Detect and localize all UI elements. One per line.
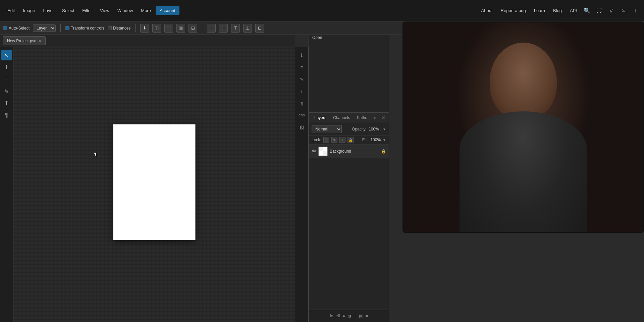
menu-item-layer[interactable]: Layer bbox=[40, 6, 58, 15]
cursor-indicator bbox=[94, 153, 96, 157]
left-toolbar: ↖ ℹ ≡ ✎ T ¶ bbox=[0, 47, 13, 322]
menu-report-bug[interactable]: Report a bug bbox=[498, 7, 529, 14]
distances-item: Distances bbox=[108, 26, 131, 31]
menu-item-account[interactable]: Account bbox=[156, 6, 179, 15]
lock-artboard-icon[interactable]: + bbox=[339, 137, 345, 143]
dist-btn-2[interactable]: ⊢ bbox=[219, 24, 228, 33]
menu-api[interactable]: API bbox=[567, 7, 580, 14]
transform-controls-label: Transform controls bbox=[71, 26, 104, 31]
menu-about[interactable]: About bbox=[479, 7, 495, 14]
layers-panel-tabs: Layers Channels Paths ▸ ✕ bbox=[309, 113, 389, 123]
right-icon-info[interactable]: ℹ bbox=[297, 50, 307, 60]
blend-mode-row: Normal Multiply Screen Overlay Opacity: … bbox=[309, 123, 389, 136]
tab-paths[interactable]: Paths bbox=[354, 113, 371, 123]
right-icon-pen[interactable]: ✎ bbox=[297, 74, 307, 85]
history-panel: History Swatches ▸ ✕ Open bbox=[309, 21, 389, 112]
tool-move[interactable]: ↖ bbox=[1, 50, 12, 60]
fx-button[interactable]: fx bbox=[330, 314, 333, 318]
opacity-value[interactable]: 100% bbox=[369, 127, 381, 131]
facebook-icon[interactable]: f bbox=[631, 6, 640, 15]
new-layer-button[interactable]: ▤ bbox=[359, 314, 363, 318]
lock-position-icon[interactable]: ✎ bbox=[331, 137, 337, 143]
dist-btn-4[interactable]: ⊥ bbox=[243, 24, 252, 33]
layer-lock-icon[interactable]: 🔒 bbox=[381, 149, 386, 154]
blend-mode-select[interactable]: Normal Multiply Screen Overlay bbox=[312, 125, 342, 133]
tool-paragraph[interactable]: ¶ bbox=[1, 110, 12, 121]
tab-channels[interactable]: Channels bbox=[330, 113, 354, 123]
align-btn-4[interactable]: ▥ bbox=[176, 24, 185, 33]
right-icon-css[interactable]: CSS bbox=[297, 110, 307, 121]
adjustment-button[interactable]: ◑ bbox=[348, 314, 351, 318]
transform-controls-checkbox[interactable] bbox=[65, 26, 69, 30]
auto-select-checkbox[interactable] bbox=[3, 26, 7, 30]
tab-bar: New Project.psd ✕ bbox=[0, 35, 295, 47]
align-btn-2[interactable]: ◫ bbox=[152, 24, 161, 33]
search-icon[interactable]: 🔍 bbox=[582, 6, 592, 15]
tool-draw[interactable]: ✎ bbox=[1, 86, 12, 97]
svg-rect-1 bbox=[319, 147, 323, 151]
person-head bbox=[490, 43, 557, 120]
layers-panel-close[interactable]: ✕ bbox=[380, 114, 387, 122]
menu-learn[interactable]: Learn bbox=[531, 7, 548, 14]
tool-menu[interactable]: ≡ bbox=[1, 74, 12, 85]
effects-button[interactable]: eff bbox=[336, 314, 340, 318]
right-icon-para[interactable]: ¶ bbox=[297, 98, 307, 109]
dist-btn-5[interactable]: ⊡ bbox=[255, 24, 264, 33]
reddit-icon[interactable]: r/ bbox=[606, 6, 616, 15]
tab-close-button[interactable]: ✕ bbox=[38, 39, 41, 43]
video-person bbox=[404, 22, 643, 232]
layer-select[interactable]: Layer Group bbox=[33, 24, 56, 32]
tab-label: New Project.psd bbox=[7, 39, 36, 43]
layers-bottom-bar: fx eff ● ◑ □ ▤ ■ bbox=[309, 310, 389, 322]
video-overlay bbox=[402, 21, 644, 233]
lock-all-icon[interactable]: 🔒 bbox=[347, 137, 354, 143]
right-icon-image[interactable]: 🖼 bbox=[297, 122, 307, 133]
menu-item-image[interactable]: Image bbox=[19, 6, 38, 15]
transform-controls-item: Transform controls bbox=[65, 26, 104, 31]
distances-checkbox[interactable] bbox=[108, 26, 112, 30]
align-btn-1[interactable]: ⬇ bbox=[140, 24, 149, 33]
right-icon-strip: ℹ ≡ ✎ T ¶ CSS 🖼 bbox=[295, 47, 309, 322]
tool-info[interactable]: ℹ bbox=[1, 62, 12, 72]
fullscreen-icon[interactable]: ⛶ bbox=[594, 6, 604, 15]
layer-thumbnail bbox=[318, 147, 328, 156]
menu-item-view[interactable]: View bbox=[97, 6, 113, 15]
menu-item-select[interactable]: Select bbox=[59, 6, 77, 15]
menu-blog[interactable]: Blog bbox=[550, 7, 565, 14]
dist-btn-3[interactable]: ⊤ bbox=[231, 24, 240, 33]
menu-item-edit[interactable]: Edit bbox=[4, 6, 18, 15]
auto-select-item: Auto-Select bbox=[3, 26, 30, 31]
fill-arrow[interactable]: ▼ bbox=[383, 138, 386, 142]
layers-panel-collapse[interactable]: ▸ bbox=[372, 115, 378, 121]
align-btn-3[interactable]: ⬚ bbox=[164, 24, 173, 33]
toolbar-divider-2 bbox=[135, 24, 136, 32]
lock-pixel-icon[interactable]: ⬛ bbox=[323, 137, 329, 143]
opacity-label: Opacity: bbox=[352, 127, 367, 131]
menu-item-more[interactable]: More bbox=[138, 6, 154, 15]
layer-visibility-icon[interactable]: 👁 bbox=[312, 149, 316, 154]
fill-value[interactable]: 100% bbox=[370, 138, 381, 142]
tab-layers[interactable]: Layers bbox=[311, 113, 330, 123]
project-tab[interactable]: New Project.psd ✕ bbox=[3, 36, 46, 45]
align-btn-5[interactable]: ⊞ bbox=[189, 24, 197, 33]
tool-text[interactable]: T bbox=[1, 98, 12, 109]
right-icon-text[interactable]: T bbox=[297, 86, 307, 97]
toolbar-divider-1 bbox=[60, 24, 61, 32]
delete-layer-button[interactable]: ■ bbox=[365, 314, 368, 318]
layers-panel: Layers Channels Paths ▸ ✕ Normal Multipl… bbox=[309, 112, 389, 310]
canvas-area[interactable] bbox=[13, 47, 295, 322]
right-icon-layers[interactable]: ≡ bbox=[297, 62, 307, 72]
new-fill-button[interactable]: ● bbox=[343, 314, 345, 318]
toolbar-divider-3 bbox=[202, 24, 202, 32]
auto-select-label: Auto-Select bbox=[9, 26, 30, 31]
dist-btn-1[interactable]: ⊣ bbox=[207, 24, 216, 33]
opacity-arrow[interactable]: ▼ bbox=[383, 127, 386, 131]
layer-item-background[interactable]: 👁 Background 🔒 bbox=[309, 145, 389, 158]
menu-right: About Report a bug Learn Blog API 🔍 ⛶ r/… bbox=[479, 6, 640, 15]
menu-item-window[interactable]: Window bbox=[114, 6, 136, 15]
menu-item-filter[interactable]: Filter bbox=[79, 6, 95, 15]
new-group-button[interactable]: □ bbox=[354, 314, 356, 318]
twitter-icon[interactable]: 𝕏 bbox=[619, 6, 628, 15]
history-item-open[interactable]: Open bbox=[312, 35, 385, 40]
white-canvas bbox=[113, 124, 196, 240]
